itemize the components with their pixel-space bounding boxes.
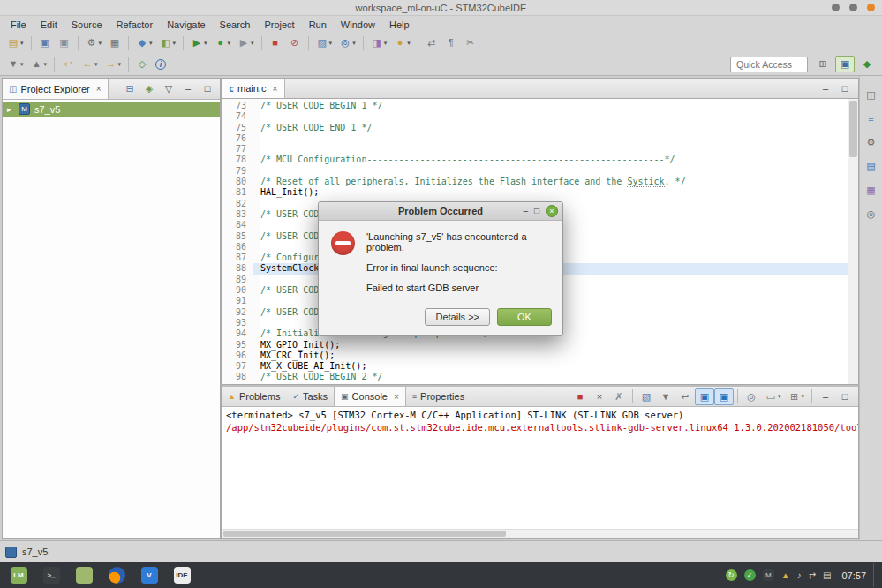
menu-item-search[interactable]: Search (213, 18, 258, 32)
build-targets-view-button[interactable]: ⚙ (862, 134, 881, 151)
clear-console-button[interactable]: ▧ (637, 388, 656, 405)
run-button[interactable]: ●▾ (211, 34, 235, 51)
search-button[interactable]: ◎▾ (335, 34, 359, 51)
remove-launch-button[interactable]: × (590, 388, 609, 405)
save-all-button[interactable]: ▣ (55, 34, 74, 51)
show-whitespace-button[interactable]: ¶ (441, 34, 461, 51)
profile-button[interactable]: ●▾ (390, 34, 414, 51)
coverage-button[interactable]: ◨▾ (367, 34, 391, 51)
prev-annotation-button[interactable]: ▲▾ (27, 56, 51, 72)
close-window-icon[interactable] (867, 4, 875, 11)
taskbar-clock[interactable]: 07:57 (838, 570, 866, 581)
info-button[interactable]: i (152, 56, 170, 72)
skip-all-breakpoints-button[interactable]: ⊘ (285, 34, 305, 51)
console-tab-console[interactable]: ▣Console× (334, 387, 406, 406)
show-desktop-button[interactable] (873, 563, 877, 587)
close-icon[interactable]: × (272, 84, 277, 94)
menu-item-navigate[interactable]: Navigate (160, 18, 212, 32)
code-line[interactable]: 78/* MCU Configuration------------------… (222, 155, 848, 165)
console-tab-problems[interactable]: ▲Problems (222, 387, 286, 406)
maximize-window-icon[interactable] (849, 4, 857, 11)
menu-item-edit[interactable]: Edit (34, 18, 64, 32)
code-line[interactable]: 95MX_GPIO_Init(); (222, 340, 848, 351)
code-line[interactable]: 76 (222, 133, 848, 144)
quick-access-input[interactable] (730, 57, 808, 72)
new-c-file-button[interactable]: ◆▾ (132, 34, 156, 51)
menu-item-source[interactable]: Source (64, 18, 109, 32)
warning-icon[interactable]: ▲ (781, 570, 790, 580)
toggle-mark-occurrences-button[interactable]: ⇄ (422, 34, 441, 51)
new-wizard-button[interactable]: ▤▾ (4, 34, 27, 51)
editor-scrollbar[interactable] (848, 99, 858, 384)
save-button[interactable]: ▣ (35, 34, 55, 51)
display-console-button[interactable]: ▭▾ (761, 388, 785, 405)
new-project-button[interactable]: ▨▾ (313, 34, 336, 51)
build-all-button[interactable]: ▦ (105, 34, 124, 51)
maximize-console-button[interactable]: □ (835, 388, 855, 405)
menu-item-run[interactable]: Run (302, 18, 334, 32)
search-view-button[interactable]: ◎ (862, 206, 881, 222)
code-line[interactable]: 74 (222, 111, 848, 122)
outline-view-button[interactable]: ≡ (862, 110, 881, 127)
update-manager-icon[interactable]: ↻ (726, 569, 737, 581)
open-console-button[interactable]: ⊞▾ (784, 388, 808, 405)
build-button[interactable]: ⚙▾ (82, 34, 106, 51)
documents-view-button[interactable]: ▦ (862, 182, 881, 199)
code-line[interactable]: 75/* USER CODE END 1 */ (222, 123, 848, 133)
problem-details-view-button[interactable]: ▤ (862, 158, 881, 175)
code-line[interactable]: 97MX_X_CUBE_AI_Init(); (222, 361, 848, 372)
show-stderr-button[interactable]: ▣ (714, 388, 734, 405)
console-output[interactable]: <terminated> s7_v5 [STM32 Cortex-M C/C++… (222, 407, 858, 529)
terminal-button[interactable]: >_ (37, 563, 65, 587)
minimize-editor-button[interactable]: – (816, 80, 835, 97)
code-line[interactable]: 98/* USER CODE BEGIN 2 */ (222, 372, 848, 382)
volume-icon[interactable]: ♪ (797, 570, 802, 580)
security-icon[interactable]: M (763, 569, 774, 581)
external-tools-button[interactable]: ▶▾ (234, 34, 258, 51)
open-element-button[interactable]: ◧▾ (156, 34, 180, 51)
stm32cubeide-button[interactable]: IDE (168, 563, 196, 587)
menu-item-window[interactable]: Window (334, 18, 382, 32)
details-button[interactable]: Details >> (425, 308, 490, 326)
menu-item-refactor[interactable]: Refactor (109, 18, 161, 32)
close-icon[interactable]: × (394, 392, 399, 402)
cpp-perspective-button[interactable]: ▣ (835, 56, 855, 72)
minimize-view-button[interactable]: – (178, 80, 198, 97)
debug-perspective-button[interactable]: ◆ (857, 56, 877, 72)
expand-arrow-icon[interactable]: ▸ (7, 105, 14, 114)
terminate-button[interactable]: ■ (266, 34, 285, 51)
collapse-all-button[interactable]: ⊟ (120, 80, 139, 97)
close-dialog-icon[interactable]: × (546, 205, 558, 217)
tree-item-s7-v5[interactable]: ▸ M s7_v5 (3, 102, 220, 117)
restore-view-button[interactable]: ◫ (862, 87, 881, 103)
input-method-icon[interactable]: ▤ (823, 570, 831, 580)
project-explorer-tab[interactable]: ◫ Project Explorer × (3, 79, 109, 99)
menu-item-project[interactable]: Project (257, 18, 301, 32)
show-stdout-button[interactable]: ▣ (695, 388, 714, 405)
customize-view-button[interactable]: ◈ (139, 80, 159, 97)
close-icon[interactable]: × (96, 84, 102, 94)
menu-item-help[interactable]: Help (382, 18, 417, 32)
pin-console-button[interactable]: ◎ (742, 388, 761, 405)
minimize-dialog-icon[interactable]: – (523, 207, 528, 215)
firefox-button[interactable] (102, 563, 131, 587)
vscode-button[interactable]: V (135, 563, 163, 587)
code-line[interactable]: 77 (222, 144, 848, 155)
last-edit-location-button[interactable]: ↩ (58, 56, 78, 72)
console-horizontal-scrollbar[interactable] (222, 529, 858, 538)
reports-icon[interactable]: ✓ (744, 569, 756, 581)
minimize-window-icon[interactable] (832, 4, 840, 11)
code-line[interactable]: 96MX_CRC_Init(); (222, 351, 848, 361)
code-line[interactable]: 73/* USER CODE BEGIN 1 */ (222, 101, 848, 111)
terminate-console-button[interactable]: ■ (570, 388, 590, 405)
scrollbar-thumb[interactable] (849, 101, 857, 157)
editor-tab-main-c[interactable]: c main.c × (222, 79, 285, 98)
dialog-titlebar[interactable]: Problem Occurred – □ × (319, 202, 562, 221)
network-icon[interactable]: ⇄ (809, 570, 816, 580)
code-line[interactable]: 79 (222, 166, 848, 177)
scroll-lock-button[interactable]: ▼ (656, 388, 675, 405)
open-perspective-button[interactable]: ⊞ (813, 56, 833, 72)
open-type-button[interactable]: ◇ (132, 56, 152, 72)
next-annotation-button[interactable]: ▼▾ (4, 56, 27, 72)
ok-button[interactable]: OK (497, 308, 552, 326)
